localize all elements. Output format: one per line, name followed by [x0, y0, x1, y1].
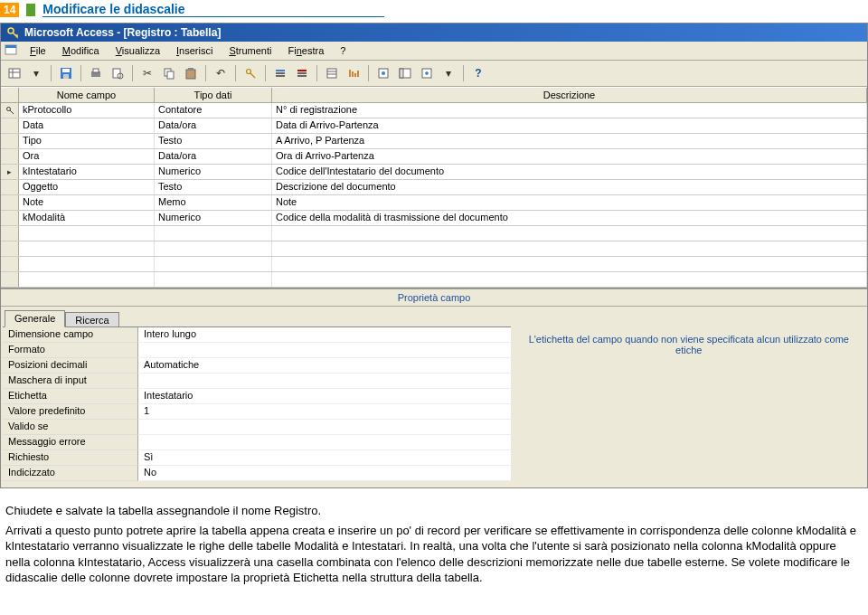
field-desc-cell[interactable]: Note	[272, 195, 867, 210]
field-type-cell[interactable]: Data/ora	[155, 149, 272, 164]
property-value[interactable]	[138, 435, 511, 450]
field-name-cell[interactable]: kModalità	[19, 211, 155, 225]
table-row[interactable]: DataData/oraData di Arrivo-Partenza	[1, 118, 867, 134]
insert-rows-button[interactable]	[270, 63, 290, 83]
row-selector[interactable]	[1, 180, 19, 194]
table-row[interactable]: OraData/oraOra di Arrivo-Partenza	[1, 149, 867, 165]
field-name-cell[interactable]: Oggetto	[19, 180, 155, 194]
row-selector[interactable]: ▸	[1, 165, 19, 179]
save-button[interactable]	[56, 63, 76, 83]
field-type-cell[interactable]: Contatore	[155, 103, 272, 118]
row-selector[interactable]	[1, 118, 19, 133]
property-value[interactable]: Intestatario	[138, 389, 511, 404]
row-selector[interactable]	[1, 149, 19, 164]
field-name-cell[interactable]	[19, 226, 155, 241]
property-value[interactable]	[138, 420, 511, 435]
row-selector[interactable]	[1, 257, 19, 271]
dropdown-arrow-icon[interactable]: ▾	[26, 63, 46, 83]
menu-visualizza[interactable]: Visualizza	[108, 43, 167, 58]
delete-rows-button[interactable]	[292, 63, 312, 83]
preview-button[interactable]	[108, 63, 127, 83]
field-type-cell[interactable]: Data/ora	[155, 118, 272, 133]
field-desc-cell[interactable]: Data di Arrivo-Partenza	[272, 118, 867, 133]
field-name-cell[interactable]	[19, 257, 155, 271]
field-type-cell[interactable]	[155, 226, 272, 241]
field-desc-cell[interactable]: N° di registrazione	[272, 103, 867, 118]
undo-button[interactable]: ↶	[211, 63, 231, 83]
table-row[interactable]: kModalitàNumericoCodice della modalità d…	[1, 211, 867, 226]
table-row-empty[interactable]	[1, 272, 867, 288]
child-window-icon[interactable]	[5, 43, 17, 56]
field-name-cell[interactable]: Ora	[19, 149, 155, 164]
table-row[interactable]: ▸kIntestatarioNumericoCodice dell'Intest…	[1, 165, 867, 180]
field-name-cell[interactable]: Tipo	[19, 134, 155, 148]
paste-button[interactable]	[181, 63, 201, 83]
field-name-cell[interactable]	[19, 241, 155, 256]
table-row-empty[interactable]	[1, 226, 867, 241]
field-type-cell[interactable]	[155, 272, 272, 287]
property-value[interactable]: Intero lungo	[138, 327, 511, 343]
field-type-cell[interactable]: Numerico	[155, 211, 272, 225]
properties-button[interactable]	[322, 63, 342, 83]
tab-lookup[interactable]: Ricerca	[65, 312, 118, 326]
row-selector[interactable]	[1, 226, 19, 241]
col-header-desc[interactable]: Descrizione	[272, 88, 867, 102]
field-name-cell[interactable]: kIntestatario	[19, 165, 155, 179]
field-desc-cell[interactable]	[272, 257, 867, 271]
field-desc-cell[interactable]: Descrizione del documento	[272, 180, 867, 194]
property-value[interactable]: Automatiche	[138, 358, 511, 374]
field-type-cell[interactable]	[155, 241, 272, 256]
print-button[interactable]	[86, 63, 106, 83]
dropdown-arrow-icon[interactable]: ▾	[439, 63, 458, 83]
row-selector[interactable]	[1, 211, 19, 225]
menu-inserisci[interactable]: Inserisci	[169, 43, 220, 58]
field-name-cell[interactable]: Data	[19, 118, 155, 133]
field-desc-cell[interactable]: Codice dell'Intestatario del documento	[272, 165, 867, 179]
field-desc-cell[interactable]	[272, 272, 867, 287]
copy-button[interactable]	[159, 63, 179, 83]
field-name-cell[interactable]	[19, 272, 155, 287]
table-row[interactable]: NoteMemoNote	[1, 195, 867, 211]
property-value[interactable]: No	[138, 466, 511, 481]
field-desc-cell[interactable]	[272, 226, 867, 241]
property-value[interactable]: 1	[138, 404, 511, 420]
col-header-name[interactable]: Nome campo	[19, 88, 155, 102]
row-selector[interactable]	[1, 103, 19, 118]
field-name-cell[interactable]: kProtocollo	[19, 103, 155, 118]
tab-general[interactable]: Generale	[5, 310, 65, 327]
build-button[interactable]	[373, 63, 393, 83]
view-button[interactable]	[5, 63, 24, 83]
new-object-button[interactable]	[417, 63, 437, 83]
key-button[interactable]	[241, 63, 260, 83]
cut-button[interactable]: ✂	[137, 63, 157, 83]
table-row[interactable]: TipoTestoA Arrivo, P Partenza	[1, 134, 867, 149]
field-desc-cell[interactable]: Ora di Arrivo-Partenza	[272, 149, 867, 164]
field-type-cell[interactable]: Testo	[155, 134, 272, 148]
db-window-button[interactable]	[395, 63, 415, 83]
help-button[interactable]: ?	[468, 63, 488, 83]
menu-file[interactable]: File	[23, 43, 53, 58]
property-value[interactable]	[138, 374, 511, 389]
field-desc-cell[interactable]: Codice della modalità di trasmissione de…	[272, 211, 867, 225]
field-type-cell[interactable]: Testo	[155, 180, 272, 194]
menu-help[interactable]: ?	[333, 43, 353, 58]
table-row[interactable]: OggettoTestoDescrizione del documento	[1, 180, 867, 195]
menu-modifica[interactable]: Modifica	[55, 43, 107, 58]
row-selector[interactable]	[1, 195, 19, 210]
table-row-empty[interactable]	[1, 241, 867, 257]
field-type-cell[interactable]: Numerico	[155, 165, 272, 179]
table-row-empty[interactable]	[1, 257, 867, 272]
row-selector[interactable]	[1, 134, 19, 148]
field-type-cell[interactable]	[155, 257, 272, 271]
indexes-button[interactable]	[344, 63, 363, 83]
menu-strumenti[interactable]: Strumenti	[222, 43, 278, 58]
field-name-cell[interactable]: Note	[19, 195, 155, 210]
property-value[interactable]	[138, 343, 511, 358]
row-selector[interactable]	[1, 241, 19, 256]
field-desc-cell[interactable]: A Arrivo, P Partenza	[272, 134, 867, 148]
menu-finestra[interactable]: Finestra	[281, 43, 332, 58]
table-row[interactable]: kProtocolloContatoreN° di registrazione	[1, 103, 867, 118]
col-header-type[interactable]: Tipo dati	[155, 88, 272, 102]
field-type-cell[interactable]: Memo	[155, 195, 272, 210]
property-value[interactable]: Sì	[138, 450, 511, 466]
